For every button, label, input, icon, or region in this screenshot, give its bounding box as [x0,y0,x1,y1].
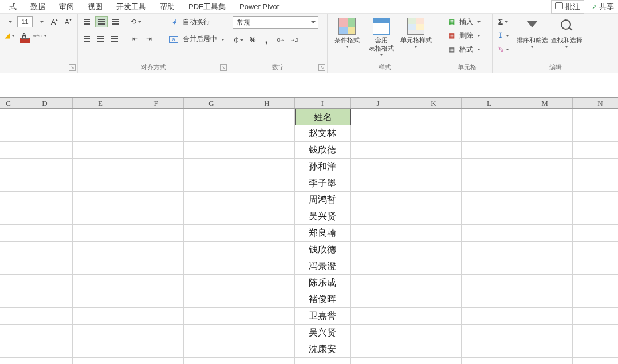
cell[interactable] [517,192,573,208]
cell[interactable] [239,208,295,225]
cell[interactable] [462,308,517,325]
cell[interactable] [184,208,239,225]
data-cell[interactable]: 吴兴贤 [295,208,351,225]
cell[interactable] [0,358,17,364]
tab-formula[interactable]: 式 [2,1,23,13]
cell[interactable] [128,358,184,364]
font-size-dropdown[interactable] [35,16,46,27]
cell[interactable] [17,258,73,275]
cell[interactable] [462,159,517,175]
cell[interactable] [573,142,618,159]
cell[interactable] [17,242,73,258]
cell[interactable] [517,225,573,242]
cell[interactable] [573,175,618,192]
cell[interactable] [406,225,462,242]
cell[interactable] [17,175,73,192]
cell[interactable] [517,325,573,341]
cell[interactable] [184,159,239,175]
cell[interactable] [517,258,573,275]
col-header[interactable]: K [406,98,462,108]
cell[interactable] [573,325,618,341]
cell[interactable] [128,258,184,275]
cell[interactable] [239,275,295,291]
cell[interactable] [73,242,128,258]
align-middle-button[interactable] [95,16,108,27]
find-select-button[interactable]: 查找和选择 [550,16,582,62]
cell[interactable] [73,175,128,192]
cell[interactable] [406,358,462,364]
cell[interactable] [351,242,406,258]
cell[interactable] [351,175,406,192]
tab-data[interactable]: 数据 [23,1,52,13]
cell[interactable] [73,275,128,291]
cell[interactable] [239,258,295,275]
cell[interactable] [73,308,128,325]
cell[interactable] [73,208,128,225]
cell[interactable] [0,258,17,275]
cell[interactable] [517,308,573,325]
phonetic-button[interactable] [32,30,48,41]
cell[interactable] [239,358,295,364]
cell[interactable] [406,159,462,175]
cell[interactable] [517,109,573,125]
cell[interactable] [517,125,573,142]
data-cell[interactable]: 冯景澄 [295,258,351,275]
cell[interactable] [73,325,128,341]
data-cell[interactable]: 钱欣德 [295,242,351,258]
cell[interactable] [462,358,517,364]
cell[interactable] [351,208,406,225]
font-name-dropdown[interactable] [3,16,15,27]
cell[interactable] [0,175,17,192]
cell[interactable] [573,125,618,142]
clear-button[interactable] [496,43,510,55]
tab-developer[interactable]: 开发工具 [109,1,153,13]
cell[interactable] [128,291,184,308]
align-bottom-button[interactable] [110,16,121,27]
cell[interactable] [239,291,295,308]
format-button[interactable]: 格式 [446,43,489,55]
cell[interactable] [128,325,184,341]
cell[interactable] [462,109,517,125]
cell[interactable] [406,275,462,291]
cell-styles-button[interactable]: 单元格样式 [400,16,432,62]
cell[interactable] [17,325,73,341]
cell[interactable] [239,109,295,125]
merge-center-button[interactable]: 合并后居中 [169,34,225,44]
data-cell[interactable]: 卫嘉誉 [295,308,351,325]
cell[interactable] [73,109,128,125]
cell[interactable] [73,159,128,175]
cell[interactable] [517,358,573,364]
cell[interactable] [0,142,17,159]
currency-button[interactable] [233,34,245,46]
cell[interactable] [17,208,73,225]
cell[interactable] [462,125,517,142]
cell[interactable] [295,358,351,364]
cell[interactable] [406,175,462,192]
cell[interactable] [128,275,184,291]
tab-help[interactable]: 帮助 [153,1,182,13]
cell[interactable] [184,175,239,192]
cell[interactable] [239,175,295,192]
cell[interactable] [184,341,239,358]
align-left-button[interactable] [81,33,93,45]
cell[interactable] [406,325,462,341]
number-format-dropdown[interactable]: 常规 [233,16,318,29]
cell[interactable] [0,208,17,225]
cell[interactable] [351,275,406,291]
cell[interactable] [462,225,517,242]
comments-button[interactable]: 批注 [551,0,584,14]
cell[interactable] [351,341,406,358]
delete-button[interactable]: 删除 [446,30,489,41]
cell[interactable] [184,109,239,125]
cell[interactable] [239,192,295,208]
cell[interactable] [573,109,618,125]
cell[interactable] [573,192,618,208]
font-size-input[interactable]: 11 [17,16,33,27]
cell[interactable] [0,291,17,308]
cell[interactable] [406,208,462,225]
header-cell[interactable]: 姓名 [295,109,351,125]
cell[interactable] [17,125,73,142]
format-as-table-button[interactable]: 套用 表格格式 [365,16,397,62]
cell[interactable] [517,142,573,159]
cell[interactable] [128,109,184,125]
